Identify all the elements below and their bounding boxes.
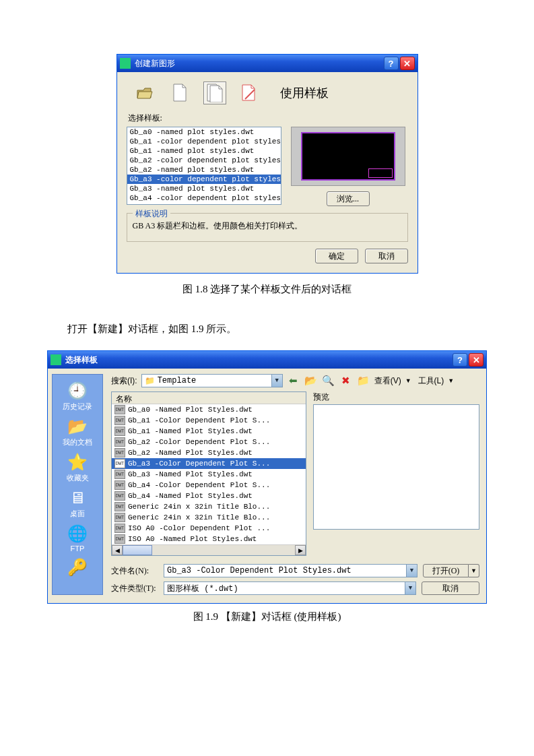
places-item[interactable]: 🕘历史记录 — [63, 380, 92, 413]
file-name: Gb_a1 -Color Dependent Plot S... — [128, 416, 270, 424]
filetype-label: 文件类型(T): — [111, 583, 158, 594]
wizard-icon[interactable] — [238, 82, 261, 104]
file-list-item[interactable]: DWTGb_a1 -Color Dependent Plot S... — [112, 415, 306, 426]
template-list-item[interactable]: Gb_a4 -color dependent plot styles.dw — [127, 193, 281, 203]
figure-caption-1: 图 1.8 选择了某个样板文件后的对话框 — [47, 283, 487, 296]
dialog-title: 选择样板 — [65, 354, 98, 366]
horizontal-scrollbar[interactable]: ◀ ▶ — [112, 544, 306, 555]
up-icon[interactable]: 📂 — [304, 374, 318, 387]
file-list-item[interactable]: DWTGeneric 24in x 32in Title Blo... — [112, 512, 306, 523]
places-item[interactable]: 📂我的文档 — [63, 416, 92, 449]
open-dropdown-icon[interactable]: ▼ — [469, 564, 479, 577]
help-button[interactable]: ? — [453, 353, 467, 367]
body-paragraph: 打开【新建】对话框，如图 1.9 所示。 — [67, 323, 487, 336]
file-type-icon: DWT — [114, 416, 125, 425]
template-list-item[interactable]: Gb_a0 -named plot styles.dwt — [127, 127, 281, 137]
place-label: 历史记录 — [63, 402, 92, 412]
chevron-down-icon[interactable]: ▼ — [406, 565, 417, 577]
file-type-icon: DWT — [114, 502, 125, 511]
close-button[interactable]: ✕ — [469, 353, 483, 367]
place-icon: 📂 — [67, 417, 88, 436]
back-icon[interactable]: ⬅ — [287, 374, 300, 387]
blank-icon[interactable] — [168, 82, 191, 104]
dropdown-icon[interactable]: ▼ — [405, 377, 411, 384]
cancel-button[interactable]: 取消 — [365, 249, 408, 263]
file-type-icon: DWT — [114, 513, 125, 522]
chevron-down-icon[interactable]: ▼ — [405, 582, 415, 594]
place-label: 收藏夹 — [67, 473, 89, 483]
ok-button[interactable]: 确定 — [315, 249, 358, 263]
lookin-combo[interactable]: 📁 Template ▼ — [141, 374, 283, 387]
close-button[interactable]: ✕ — [400, 57, 415, 70]
file-name: Generic 24in x 32in Title Blo... — [128, 513, 270, 522]
template-list-item[interactable]: Gb_a3 -color dependent plot styles.dw — [127, 175, 281, 184]
file-list-item[interactable]: DWTGb_a2 -Named Plot Styles.dwt — [112, 447, 306, 458]
file-name: ISO A0 -Color Dependent Plot ... — [128, 524, 270, 532]
places-item[interactable]: ⭐收藏夹 — [67, 451, 89, 484]
preview-label: 预览 — [313, 391, 479, 403]
create-new-drawing-dialog: 创建新图形 ? ✕ — [116, 54, 418, 274]
cancel-button[interactable]: 取消 — [422, 581, 479, 595]
file-list-item[interactable]: DWTGb_a3 -Named Plot Styles.dwt — [112, 469, 306, 480]
search-icon[interactable]: 🔍 — [322, 374, 335, 387]
template-list-item[interactable]: Gb_a3 -named plot styles.dwt — [127, 184, 281, 193]
view-menu[interactable]: 查看(V) — [374, 375, 401, 387]
lookin-value: Template — [158, 376, 197, 385]
help-button[interactable]: ? — [384, 57, 399, 70]
chevron-down-icon[interactable]: ▼ — [271, 375, 282, 387]
file-type-icon: DWT — [114, 459, 125, 468]
dialog-title: 创建新图形 — [135, 58, 175, 69]
file-list-item[interactable]: DWTGeneric 24in x 32in Title Blo... — [112, 501, 306, 512]
file-type-icon: DWT — [114, 470, 125, 479]
file-type-icon: DWT — [114, 405, 125, 414]
dropdown-icon[interactable]: ▼ — [448, 377, 454, 384]
folder-icon: 📁 — [145, 376, 155, 386]
place-icon: ⭐ — [67, 453, 88, 472]
file-name: Gb_a1 -Named Plot Styles.dwt — [128, 427, 253, 435]
scroll-right-icon[interactable]: ▶ — [295, 545, 306, 555]
filename-combo[interactable]: Gb_a3 -Color Dependent Plot Styles.dwt ▼ — [164, 564, 418, 577]
places-item[interactable]: 🔑 — [67, 557, 88, 578]
file-list[interactable]: 名称 DWTGb_a0 -Named Plot Styles.dwtDWTGb_… — [111, 391, 306, 556]
file-list-item[interactable]: DWTGb_a0 -Named Plot Styles.dwt — [112, 404, 306, 415]
template-listbox[interactable]: Gb_a0 -named plot styles.dwtGb_a1 -color… — [127, 127, 281, 205]
template-preview — [291, 127, 405, 186]
select-template-dialog: 选择样板 ? ✕ 🕘历史记录📂我的文档⭐收藏夹🖥桌面🌐FTP🔑 搜索(I): 📁… — [47, 350, 487, 604]
file-list-item[interactable]: DWTISO A0 -Named Plot Styles.dwt — [112, 534, 306, 544]
creation-mode-toolbar: 使用样板 — [127, 79, 408, 111]
open-icon[interactable] — [133, 82, 156, 104]
place-icon: 🔑 — [67, 558, 88, 577]
file-list-item[interactable]: DWTGb_a2 -Color Dependent Plot S... — [112, 437, 306, 447]
file-preview — [313, 404, 479, 530]
file-list-item[interactable]: DWTGb_a3 -Color Dependent Plot S... — [112, 458, 306, 469]
filetype-combo[interactable]: 图形样板 (*.dwt) ▼ — [164, 581, 416, 595]
tools-menu[interactable]: 工具(L) — [418, 375, 444, 387]
scroll-thumb[interactable] — [123, 545, 152, 555]
file-type-icon: DWT — [114, 448, 125, 458]
place-label: 桌面 — [70, 509, 85, 519]
open-button[interactable]: 打开(O) — [423, 564, 469, 577]
file-list-item[interactable]: DWTGb_a4 -Color Dependent Plot S... — [112, 480, 306, 491]
file-type-icon: DWT — [114, 534, 125, 544]
file-type-icon: DWT — [114, 491, 125, 501]
file-list-item[interactable]: DWTISO A0 -Color Dependent Plot ... — [112, 523, 306, 534]
template-list-item[interactable]: Gb_a2 -color dependent plot styles.dw — [127, 156, 281, 165]
template-icon[interactable] — [203, 82, 226, 104]
file-list-item[interactable]: DWTGb_a4 -Named Plot Styles.dwt — [112, 491, 306, 501]
template-list-item[interactable]: Gb_a1 -color dependent plot styles.dw — [127, 137, 281, 146]
file-list-item[interactable]: DWTGb_a1 -Named Plot Styles.dwt — [112, 426, 306, 437]
column-header-name[interactable]: 名称 — [112, 392, 306, 404]
template-list-item[interactable]: Gb_a2 -named plot styles.dwt — [127, 165, 281, 175]
scroll-left-icon[interactable]: ◀ — [112, 545, 123, 555]
places-item[interactable]: 🌐FTP — [67, 523, 88, 554]
browse-button[interactable]: 浏览... — [327, 191, 370, 206]
places-item[interactable]: 🖥桌面 — [67, 487, 88, 520]
file-name: Gb_a3 -Named Plot Styles.dwt — [128, 470, 253, 478]
template-list-item[interactable]: Gb_a1 -named plot styles.dwt — [127, 146, 281, 156]
place-label: 我的文档 — [63, 437, 92, 447]
file-name: Gb_a3 -Color Dependent Plot S... — [128, 460, 270, 468]
new-folder-icon[interactable]: 📁 — [357, 374, 370, 387]
delete-icon[interactable]: ✖ — [339, 374, 353, 387]
file-name: ISO A0 -Named Plot Styles.dwt — [128, 535, 257, 543]
description-text: GB A3 标题栏和边框。使用颜色相关打印样式。 — [133, 220, 402, 232]
